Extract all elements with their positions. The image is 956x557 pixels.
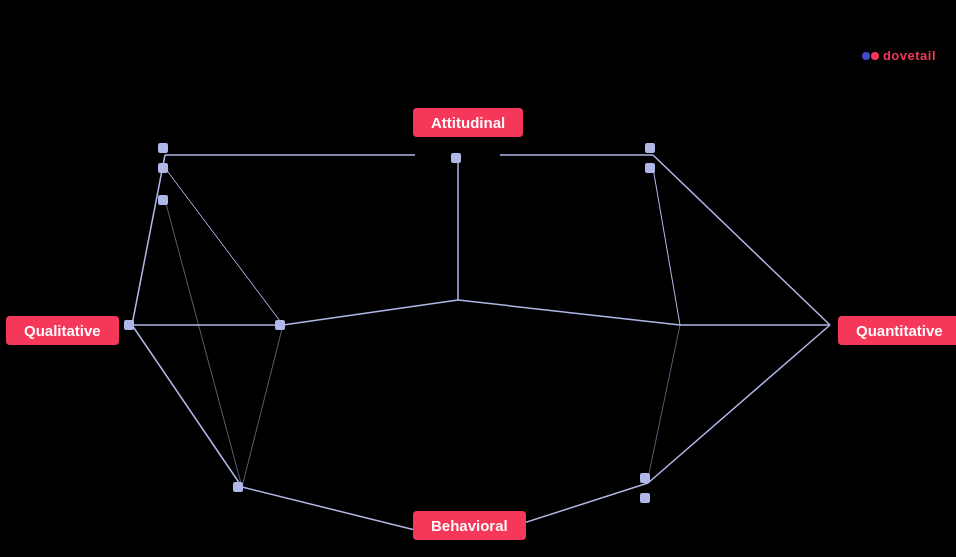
behavioral-badge: Behavioral [413,511,526,540]
node-top-right-2 [645,163,655,173]
node-mid-center-left [275,320,285,330]
logo-dot-blue [862,52,870,60]
node-bottom-right-2 [640,493,650,503]
diagram-lines [0,0,956,557]
node-top-left-1 [158,143,168,153]
svg-line-3 [132,155,165,325]
logo-dot-red [871,52,879,60]
svg-line-4 [132,325,242,487]
attitudinal-badge: Attitudinal [413,108,523,137]
svg-line-10 [283,300,458,325]
logo-text: dovetail [883,48,936,63]
node-mid-left [124,320,134,330]
node-top-center [451,153,461,163]
qualitative-badge: Qualitative [6,316,119,345]
quantitative-badge: Quantitative [838,316,956,345]
svg-line-15 [653,168,680,325]
logo-icon [862,52,879,60]
svg-line-17 [648,325,680,478]
node-top-left-3 [158,195,168,205]
svg-line-7 [242,487,415,530]
node-bottom-right-1 [640,473,650,483]
svg-line-11 [458,300,680,325]
logo: dovetail [862,48,936,63]
node-top-left-2 [158,163,168,173]
svg-line-5 [653,155,830,325]
node-bottom-left [233,482,243,492]
svg-line-16 [242,325,283,487]
svg-line-13 [165,168,283,325]
svg-line-6 [648,325,830,483]
svg-line-14 [165,200,242,487]
node-top-right-1 [645,143,655,153]
